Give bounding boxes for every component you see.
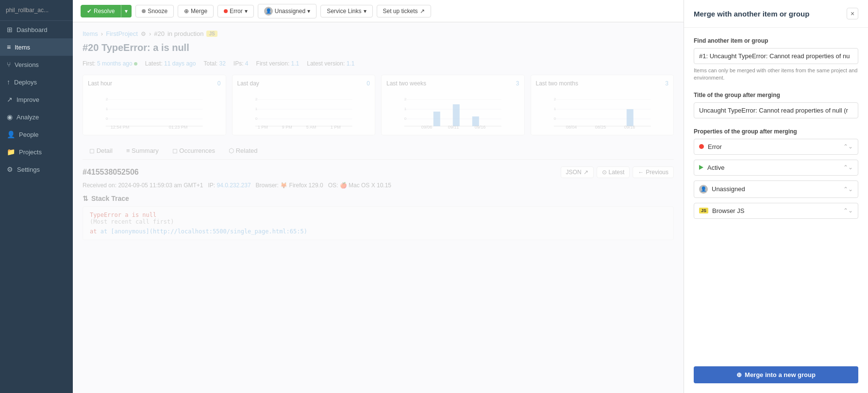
svg-rect-24 [434,112,440,126]
latest-link[interactable]: 11 days ago [164,60,196,67]
sidebar-item-dashboard[interactable]: ⊞ Dashboard [0,21,73,38]
resolve-label: Resolve [94,8,115,15]
snooze-button[interactable]: Snooze [135,5,174,17]
external-link-icon: ↗ [584,169,588,176]
svg-text:0: 0 [106,116,108,121]
code-error-line: TypeError a is null [90,212,667,218]
ip-link[interactable]: 94.0.232.237 [217,182,251,189]
active-play-icon [699,165,703,170]
error-select-label: Error [708,143,722,150]
setup-tickets-button[interactable]: Set up tickets ↗ [377,5,431,17]
sidebar-item-versions[interactable]: ⑂ Versions [0,56,73,73]
chart-last-two-weeks: Last two weeks 3 09/06 09/11 09/16 [381,75,525,135]
error-select[interactable]: Error ⌃⌄ [694,139,858,155]
svg-text:5 AM: 5 AM [306,125,316,129]
previous-button[interactable]: ← Previous [633,166,674,178]
stack-trace-expand-icon[interactable]: ⇅ [83,195,88,202]
merge-panel-body: Find another item or group Items can onl… [684,28,868,366]
tab-detail[interactable]: ◻ Detail [83,143,119,159]
svg-text:2: 2 [553,97,556,101]
search-input[interactable] [694,48,858,64]
active-select[interactable]: Active ⌃⌄ [694,160,858,176]
sidebar-item-label: Dashboard [17,26,48,33]
unassigned-chevron-icon: ▾ [307,8,310,15]
setup-tickets-label: Set up tickets [383,8,418,15]
breadcrumb-items-link[interactable]: Items [83,30,98,37]
js-small-badge: JS [699,208,708,213]
resolve-button[interactable]: ✔ Resolve [81,5,121,17]
external-link-icon: ↗ [420,8,425,15]
sidebar-item-projects[interactable]: 📁 Projects [0,143,73,161]
chart-last-day-count[interactable]: 0 [367,80,370,87]
previous-arrow-icon: ← [638,169,644,176]
charts-row: Last hour 0 12:54 PM 01:23 PM 0 1 2 [83,75,674,135]
browser-js-select[interactable]: JS Browser JS ⌃⌄ [694,203,858,219]
unassigned-button[interactable]: 👤 Unassigned ▾ [258,4,317,18]
merge-button[interactable]: ⊕ Merge [178,5,214,17]
error-button[interactable]: Error ▾ [217,5,254,17]
ips-link[interactable]: 4 [245,60,249,67]
svg-text:12:54 PM: 12:54 PM [111,125,130,129]
breadcrumb-sep-1: › [101,30,103,37]
service-links-button[interactable]: Service Links ▾ [320,5,372,17]
svg-text:09/11: 09/11 [448,125,459,129]
chart-last-two-months-header: Last two months 3 [536,80,669,87]
chart-last-hour-title: Last hour [88,80,112,87]
project-settings-icon: ⚙ [141,31,146,37]
title-input[interactable] [694,102,858,118]
close-button[interactable]: × [847,8,858,19]
snooze-label: Snooze [148,8,167,15]
sidebar-item-label: Improve [17,96,39,103]
chart-last-hour-count[interactable]: 0 [217,80,221,87]
unassigned-label: Unassigned [275,8,305,15]
chart-last-two-months-title: Last two months [536,80,578,87]
error-select-left: Error [699,143,722,150]
close-icon: × [851,10,854,17]
sidebar-item-label: Items [15,44,30,51]
service-links-label: Service Links [327,8,361,15]
sidebar-item-analyze[interactable]: ◉ Analyze [0,108,73,126]
json-button[interactable]: JSON ↗ [561,166,594,178]
latest-arrow-icon: ⊙ [602,169,607,176]
tab-summary[interactable]: ≡ Summary [119,143,166,159]
sidebar: phil_rollbar_ac... ⊞ Dashboard ≡ Items ⑂… [0,0,73,393]
browser-js-select-label: Browser JS [712,207,744,214]
tab-related[interactable]: ⬡ Related [222,143,264,159]
sidebar-item-improve[interactable]: ↗ Improve [0,91,73,108]
code-block: TypeError a is null (Most recent call fi… [83,206,674,240]
sidebar-item-label: Settings [17,166,40,173]
tab-detail-label: Detail [97,147,113,154]
deploys-icon: ↑ [7,78,10,86]
resolve-dropdown-button[interactable]: ▾ [121,5,132,17]
occurrence-header: #415538052506 JSON ↗ ⊙ Latest ← Previous [83,166,674,178]
total-link[interactable]: 32 [219,60,225,67]
svg-text:01:23 PM: 01:23 PM [169,125,188,129]
chart-last-two-weeks-count[interactable]: 3 [516,80,519,87]
unassigned-select[interactable]: 👤 Unassigned ⌃⌄ [694,180,858,198]
sidebar-item-deploys[interactable]: ↑ Deploys [0,73,73,91]
sidebar-item-items[interactable]: ≡ Items [0,38,73,56]
merge-into-new-group-button[interactable]: ⊕ Merge into a new group [694,366,858,383]
first-link[interactable]: 5 months ago [97,60,133,67]
svg-text:0: 0 [553,116,556,121]
sidebar-item-settings[interactable]: ⚙ Settings [0,161,73,178]
latest-version-link[interactable]: 1.1 [347,60,355,67]
check-icon: ✔ [87,8,92,15]
merge-panel-title: Merge with another item or group [694,10,809,18]
resolve-btn-group: ✔ Resolve ▾ [81,5,132,17]
browser-js-chevron-icon: ⌃⌄ [843,207,853,214]
code-comment: (Most recent call first) [90,218,667,225]
svg-text:08/04: 08/04 [566,125,577,129]
chart-last-two-weeks-header: Last two weeks 3 [386,80,519,87]
settings-icon: ⚙ [7,165,13,173]
title-label: Title of the group after merging [694,92,858,98]
unassigned-avatar-icon: 👤 [699,185,708,194]
chart-last-two-months-count[interactable]: 3 [665,80,668,87]
first-version-link[interactable]: 1.1 [291,60,300,67]
latest-button[interactable]: ⊙ Latest [597,166,630,178]
service-links-chevron-icon: ▾ [364,8,367,15]
breadcrumb-project-link[interactable]: FirstProject [106,30,138,37]
help-text: Items can only be merged with other item… [694,67,858,82]
sidebar-item-people[interactable]: 👤 People [0,126,73,143]
tab-occurrences[interactable]: ◻ Occurrences [166,143,222,159]
